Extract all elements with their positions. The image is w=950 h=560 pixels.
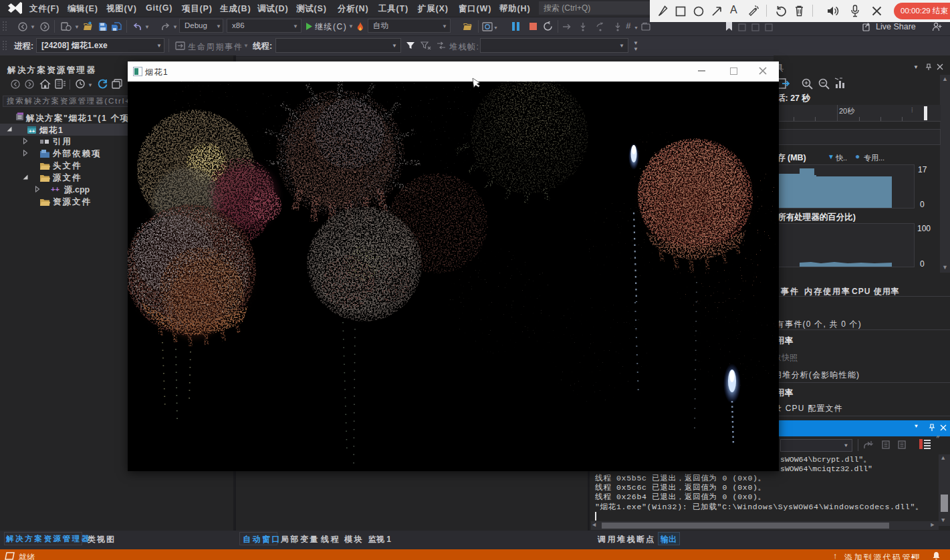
svg-text:++: ++ [29, 128, 35, 134]
